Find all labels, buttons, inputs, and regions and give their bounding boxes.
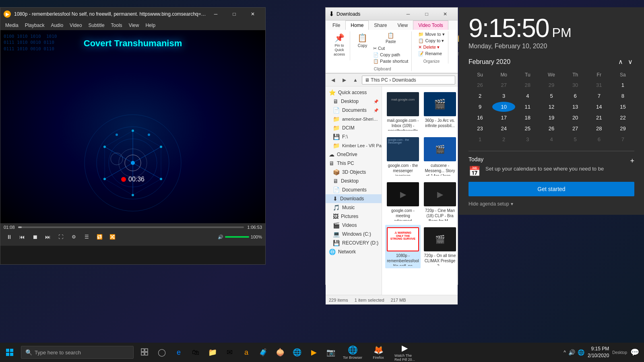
taskbar-clock[interactable]: 9:15 PM 2/10/2020	[588, 346, 609, 359]
copy-to-button[interactable]: 📋 Copy to ▾	[417, 38, 446, 44]
start-button[interactable]	[0, 343, 19, 362]
rename-button[interactable]: 📝 Rename	[417, 51, 446, 57]
vlc-menu-media[interactable]: Media	[2, 21, 22, 30]
mail-taskbar-icon[interactable]: ✉	[221, 343, 237, 362]
vlc-menu-video[interactable]: Video	[66, 21, 85, 30]
vlc-minimize-button[interactable]: ─	[206, 8, 225, 21]
cal-27[interactable]: 27	[492, 80, 515, 90]
sidebar-item-kimber[interactable]: 📁 Kimber Lee - VR Pac	[326, 141, 382, 150]
vlc-menu-audio[interactable]: Audio	[47, 21, 66, 30]
cal-26b[interactable]: 26	[540, 123, 563, 134]
task-view-icon[interactable]	[137, 343, 153, 362]
cal-29[interactable]: 29	[540, 80, 563, 90]
cal-30[interactable]: 30	[564, 80, 587, 90]
vlc-menu-help[interactable]: Help	[142, 21, 159, 30]
cal-23[interactable]: 23	[469, 123, 491, 134]
sidebar-item-videos[interactable]: 🎬 Videos	[326, 221, 382, 230]
cal-7[interactable]: 7	[588, 91, 611, 101]
explorer-minimize-button[interactable]: ─	[399, 8, 417, 21]
cal-19[interactable]: 19	[540, 113, 563, 123]
cal-5[interactable]: 5	[540, 91, 563, 101]
cal-11[interactable]: 11	[516, 102, 539, 112]
file-explorer-taskbar-icon[interactable]: 📁	[204, 343, 221, 362]
cal-13[interactable]: 13	[564, 102, 587, 112]
cal-2[interactable]: 2	[469, 91, 491, 101]
file-item-1[interactable]: mail.google.com mail.google.com - Inbox …	[385, 90, 421, 133]
vlc-vol-bar[interactable]	[225, 236, 249, 238]
cal-26[interactable]: 26	[469, 80, 491, 90]
get-started-button[interactable]: Get started	[469, 182, 634, 196]
hide-agenda-setup[interactable]: Hide agenda setup ▾	[469, 201, 634, 207]
sidebar-item-recovery-d[interactable]: 💾 RECOVERY (D:)	[326, 239, 382, 247]
vlc-menu-playback[interactable]: Playback	[22, 21, 48, 30]
sidebar-item-documents1[interactable]: 📄 Documents 📌	[326, 106, 382, 115]
cal-29b[interactable]: 29	[611, 123, 634, 134]
vlc-loop-button[interactable]: 🔁	[94, 231, 105, 243]
sidebar-item-documents2[interactable]: 📄 Documents	[326, 185, 382, 194]
vlc-random-button[interactable]: 🔀	[107, 231, 118, 243]
sidebar-item-f-drive[interactable]: 💾 F:\	[326, 132, 382, 141]
delete-button[interactable]: ✕ Delete ▾	[417, 44, 446, 50]
nav-up-button[interactable]: ▲	[351, 75, 360, 85]
sidebar-item-pictures[interactable]: 🖼 Pictures	[326, 212, 382, 221]
file-item-6[interactable]: ▶ 720p - Cine Man (18) CLIP - Bra Begs f…	[422, 180, 458, 223]
pin-to-quick-access-button[interactable]: 📌 Pin to Quickaccess	[330, 31, 348, 58]
taskbar-search-box[interactable]: 🔍 Type here to search	[21, 346, 134, 359]
move-to-button[interactable]: 📁 Move to ▾	[417, 31, 446, 37]
onion-icon[interactable]: 🧅	[272, 343, 288, 362]
sidebar-item-windows-c[interactable]: 💻 Windows (C:)	[326, 230, 382, 239]
ribbon-tab-video-tools[interactable]: Video Tools	[413, 21, 448, 30]
cal-6b[interactable]: 6	[588, 134, 611, 144]
vlc-close-button[interactable]: ✕	[244, 8, 262, 21]
vlc-menu-tools[interactable]: Tools	[108, 21, 126, 30]
sidebar-item-3d-objects[interactable]: 📦 3D Objects	[326, 168, 382, 177]
file-item-3[interactable]: google.com - the messenger google.com - …	[385, 135, 421, 178]
cal-16[interactable]: 16	[469, 113, 491, 123]
vlc-maximize-button[interactable]: □	[225, 8, 244, 21]
desktop-show-button[interactable]: Desktop	[612, 350, 627, 355]
tripadvisor-icon[interactable]: 🧳	[255, 343, 271, 362]
cal-5b[interactable]: 5	[564, 134, 587, 144]
file-item-8[interactable]: 🎬 720p - On all time CLIMAX Prestige 2..…	[422, 225, 458, 268]
ribbon-tab-share[interactable]: Share	[369, 21, 392, 30]
nav-back-button[interactable]: ◀	[328, 75, 338, 85]
globe-icon[interactable]: 🌐	[289, 343, 305, 362]
firefox-app[interactable]: 🦊 Firefox	[366, 343, 390, 362]
agenda-add-button[interactable]: +	[630, 157, 634, 165]
copy-button[interactable]: 📋 Copy	[355, 31, 370, 64]
cal-22[interactable]: 22	[611, 113, 634, 123]
calendar-next-button[interactable]: ∨	[626, 56, 634, 67]
cal-31[interactable]: 31	[588, 80, 611, 90]
cal-3[interactable]: 3	[492, 91, 515, 101]
watch-red-pill-app[interactable]: ▶ Watch TheRed Pill 20...	[390, 343, 419, 362]
vlc-seekbar[interactable]	[18, 226, 244, 228]
file-item-2[interactable]: 🎬 360p - Jo Arc vs. infinite possibil...	[422, 90, 458, 133]
cal-21[interactable]: 21	[588, 113, 611, 123]
sidebar-item-onedrive[interactable]: ☁ OneDrive	[326, 150, 382, 159]
file-item-4[interactable]: 🎬 cutscene - Messeng... Story of J Arc (…	[422, 135, 458, 178]
sidebar-item-americavr[interactable]: 📁 americavr-Sheridan..	[326, 115, 382, 123]
cal-25[interactable]: 25	[516, 123, 539, 134]
vlc-extended-button[interactable]: ⚙	[68, 231, 79, 243]
vlc-pause-button[interactable]: ⏸	[4, 231, 15, 243]
cal-1a[interactable]: 1	[611, 80, 634, 90]
ribbon-tab-file[interactable]: File	[327, 21, 345, 30]
paste-button[interactable]: 📋 Paste	[372, 31, 410, 45]
notification-icon[interactable]: 💬	[630, 348, 639, 357]
ribbon-tab-home[interactable]: Home	[345, 21, 369, 30]
cal-15[interactable]: 15	[611, 102, 634, 112]
edge-icon[interactable]: e	[171, 343, 187, 362]
cal-4b[interactable]: 4	[540, 134, 563, 144]
vlc-prev-button[interactable]: ⏮	[17, 231, 28, 243]
vlc-next-button[interactable]: ⏭	[42, 231, 54, 243]
cal-20[interactable]: 20	[564, 113, 587, 123]
cal-24[interactable]: 24	[492, 123, 515, 134]
store-icon[interactable]: 🛍	[188, 343, 204, 362]
cal-6[interactable]: 6	[564, 91, 587, 101]
file-item-7[interactable]: ⚠ WARNINGONLY THESTRONG SURVIVE 1080p - …	[385, 225, 421, 268]
vlc-stop-button[interactable]: ⏹	[29, 231, 41, 243]
sidebar-item-desktop2[interactable]: 🖥 Desktop	[326, 177, 382, 185]
cal-8[interactable]: 8	[611, 91, 634, 101]
vlc-taskbar-icon[interactable]: ▶	[306, 343, 322, 362]
network-tray-icon[interactable]: 🌐	[578, 349, 584, 356]
